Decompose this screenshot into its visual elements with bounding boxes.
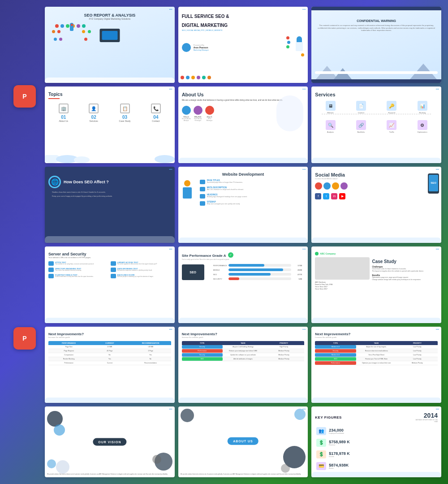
cell-1-1: Page Size	[48, 345, 89, 349]
cell-4-1: Render Blocking	[48, 357, 89, 361]
key-value-2: $758,989 K	[329, 440, 350, 444]
slide9-avatars	[315, 182, 438, 190]
slide4-topics: 🏢 01 About Us 👤 02 Services 📋 03 Case St…	[48, 104, 171, 122]
slide-case-study[interactable]: ●●● ABC Company ABC Distributor Based In…	[311, 246, 441, 323]
topic-label-3: Case Study	[119, 120, 131, 122]
slide4-logo: ●●●	[169, 88, 172, 90]
slide1-subtitle: XYZ Company Digital Marketing Solutions	[48, 17, 171, 20]
table-row: Performance Optimize your images to redu…	[315, 361, 438, 365]
serv-label-3: Keyword	[387, 112, 396, 114]
cell15-3-1: Mobile & UI	[315, 353, 356, 357]
sec-desc-5: Protect email links in a way that hides …	[55, 276, 109, 278]
keyword-icon: 🔑	[387, 101, 396, 111]
revenue-icon: 💲	[316, 439, 326, 447]
slide15-col-3: PRIORITY	[397, 341, 438, 345]
slide-seo-affect[interactable]: ●●● 🌐 How Does SEO Affect ? Studies show…	[45, 167, 175, 243]
sec-item-3: DIRECTORY BROWSING TEST Your server has …	[48, 268, 109, 272]
backlinks-icon: 🔗	[356, 120, 366, 130]
slide-next-improvements-2[interactable]: ●●● Next Improvements? Increase the webs…	[178, 327, 308, 403]
web-item-desc-4: Help users navigate your site quickly an…	[207, 203, 302, 205]
slide-about-us[interactable]: ●●● About Us We are a design studio that…	[178, 86, 308, 163]
slide-services[interactable]: ●●● Services 🖥 Website 📄 Content 🔑 Keywo…	[311, 86, 441, 163]
slide13-title: Next Improvements?	[48, 332, 171, 336]
bar-label-1: PERFORMANCE	[213, 264, 227, 267]
slide14-sub: Increase the website grade	[182, 336, 305, 338]
cell-2-2: 45 Page	[89, 349, 130, 353]
slide-social-media[interactable]: ●●● Social Media Current Social Media st…	[311, 167, 441, 243]
directory-icon	[48, 268, 54, 272]
slide-website-dev[interactable]: ●●● Website Development PAGE TITLES Succ…	[178, 167, 308, 243]
key-label-2: Revenue	[329, 444, 350, 446]
cell15-2-1: Security	[315, 349, 356, 353]
slide15-logo: ●●●	[436, 328, 439, 330]
slide13-sub: Increase the website grade	[48, 336, 171, 338]
slide-key-figures[interactable]: ●●● KEY FIGURES 2014 AVERAGE GROWTH RATE…	[311, 406, 441, 477]
perf-bar-security: SECURITY 5/30	[213, 277, 302, 280]
cell15-2-3: Low Priority	[397, 349, 438, 353]
slide-server-security[interactable]: ●●● Server and Security Your website's U…	[45, 246, 175, 323]
slide-our-vision[interactable]: ●●● OUR VISION We provide solution that …	[45, 406, 175, 477]
slide-full-service[interactable]: ●●● FULL SERVICE SEO & DIGITAL MARKETING…	[178, 7, 308, 83]
slides-grid: ●●● SEO REPORT & ANALYSIS XYZ Company Di…	[45, 7, 441, 477]
slide-topics[interactable]: ●●● Topics 🏢 01 About Us 👤 02 Services 📋…	[45, 86, 175, 163]
cell15-1-2: Adjust the size of tap targets.	[356, 345, 397, 349]
cell15-3-2: Set a Print Style Sheet	[356, 353, 397, 357]
topic-label-1: About Us	[59, 120, 69, 122]
sec-item-6: BACKLINKS SCORE Not how people in market…	[111, 274, 171, 278]
topic-icon-1: 🏢	[59, 104, 69, 113]
slide-next-improvements-1[interactable]: ●●● Next Improvements? Increase the webs…	[45, 327, 175, 403]
slide-about-us-dark[interactable]: ●●● ABOUT US We provide solution that me…	[178, 406, 308, 477]
slide7-text1: Studies show that users leave a site if …	[48, 191, 171, 194]
table-row: Security Acquire Link Building Strategy …	[182, 345, 305, 349]
bar-val-1: 17/30	[293, 264, 302, 267]
safe-browsing-icon	[111, 268, 116, 272]
powerpoint-icon-1: P	[13, 85, 36, 108]
income-icon: 💲	[316, 450, 326, 458]
cell14-3-1: Security	[182, 353, 223, 357]
slide-next-improvements-3[interactable]: ●●● Next Improvements? Increase the webs…	[311, 327, 441, 403]
assets-icon: 💳	[316, 462, 326, 470]
slide4-title: Topics	[48, 92, 171, 97]
slide2-role: Marketing Manager	[194, 49, 209, 51]
table-row: Page Request 45 Page 3 Page	[48, 349, 171, 353]
traffic-icon: 📈	[387, 120, 396, 130]
cell15-3-3: Low Priority	[397, 353, 438, 357]
serv-label-6: Backlinks	[356, 131, 366, 133]
slide6-logo: ●●●	[436, 88, 439, 90]
slide8-logo: ●●●	[302, 168, 306, 170]
sec-desc-1: Your website is not using https, a secur…	[55, 264, 109, 265]
serv-label-7: Traffic	[387, 131, 396, 133]
slide-confidential[interactable]: ●●● CONFIDENTIAL WARNING The material co…	[311, 7, 441, 83]
https-icon	[48, 261, 54, 266]
slide15-table: TYPE TASK PRIORITY Mobile & UI Adjust th…	[315, 341, 438, 365]
serv-optimization: ⚙ Optimization	[418, 120, 427, 133]
serv-ranking: 📊 Ranking	[418, 101, 427, 114]
bar-label-3: SEO	[213, 273, 227, 276]
serv-label-4: Ranking	[418, 112, 427, 114]
slide13-logo: ●●●	[169, 328, 172, 330]
slide6-row2: 🔍 Analysis 🔗 Backlinks 📈 Traffic ⚙ Optim…	[315, 120, 438, 133]
web-item-desc-3: Heading tags distinguish headings from n…	[207, 196, 302, 198]
slide17-text: We provide solution that meet a diverse …	[181, 473, 306, 475]
serv-label-8: Optimization	[418, 131, 427, 133]
sec-desc-4: Not listed as suspicious malware or phis…	[117, 270, 171, 272]
team-member-3: Jimy G. SEO Manager	[205, 106, 214, 121]
cell-1-3: <30 MB	[130, 345, 171, 349]
slide5-logo: ●●●	[302, 88, 306, 90]
member2-name: Billy Bob	[194, 116, 202, 118]
slide9-phone: SEO	[428, 173, 439, 194]
slide-seo-report[interactable]: ●●● SEO REPORT & ANALYSIS XYZ Company Di…	[45, 7, 175, 83]
serv-label-5: Analysis	[326, 131, 336, 133]
cell-1-2: 2.9 MB	[89, 345, 130, 349]
slide13-col-2: CURRENT	[89, 341, 130, 345]
ranking-icon: 📊	[418, 101, 427, 111]
serv-analysis: 🔍 Analysis	[326, 120, 336, 133]
slide15-sub: Increase the website grade	[315, 336, 438, 338]
key-item-1: 👥 234,000 Employees worldwide	[316, 427, 436, 435]
cell14-1-1: Security	[182, 345, 223, 349]
topic-num-1: 01	[59, 115, 69, 120]
sec-item-4: SAFE BROWSING TEST Not listed as suspici…	[111, 268, 171, 272]
topic-icon-4: 📞	[151, 104, 161, 113]
topic-item-2: 👤 02 Services	[89, 104, 99, 122]
slide-site-performance[interactable]: ●●● Site Performance Grade A ✓ You're re…	[178, 246, 308, 323]
